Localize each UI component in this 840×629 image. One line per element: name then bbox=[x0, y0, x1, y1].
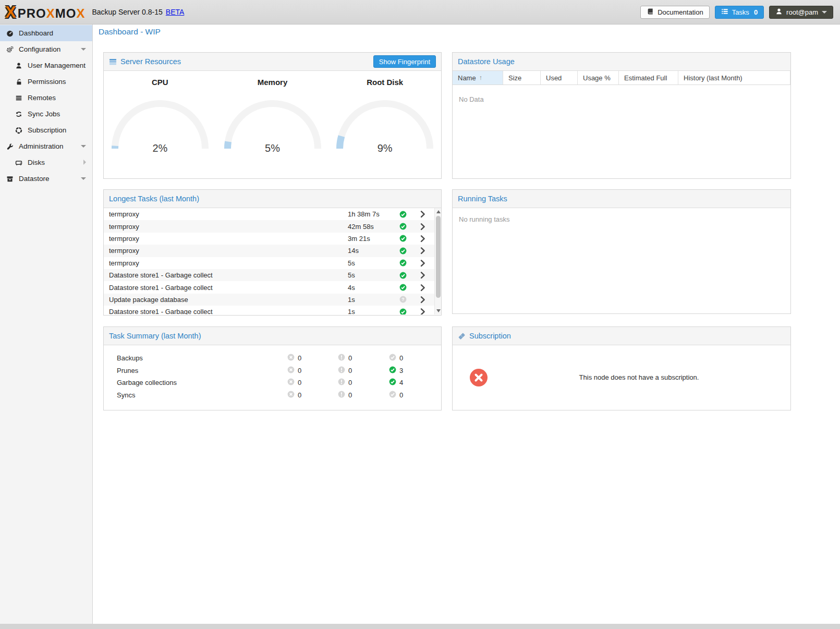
chevron-right-icon[interactable] bbox=[419, 247, 427, 255]
tasks-scrollbar[interactable] bbox=[434, 208, 441, 314]
summary-label: Garbage collections bbox=[117, 379, 177, 386]
proxmox-wordmark: PROXMOX bbox=[18, 7, 86, 20]
task-row[interactable]: Datastore store1 - Garbage collect 5s bbox=[104, 269, 434, 281]
proxmox-logo: X PROXMOX bbox=[5, 4, 85, 20]
sidebar-item-permissions[interactable]: Permissions bbox=[0, 74, 92, 90]
task-row[interactable]: termproxy 42m 58s bbox=[104, 220, 434, 232]
error-circle-icon bbox=[287, 366, 295, 375]
column-header-size[interactable]: Size bbox=[503, 71, 541, 84]
task-duration: 5s bbox=[348, 259, 355, 267]
column-header-usage-[interactable]: Usage % bbox=[578, 71, 619, 84]
chevron-right-icon[interactable] bbox=[419, 296, 427, 304]
warning-circle-icon bbox=[338, 354, 345, 362]
server-stack-icon bbox=[109, 58, 117, 66]
column-label: Size bbox=[508, 74, 521, 82]
chevron-right-icon[interactable] bbox=[419, 271, 427, 279]
summary-ok: 4 bbox=[389, 378, 403, 387]
user-menu-button[interactable]: root@pam bbox=[769, 6, 833, 19]
column-label: Estimated Full bbox=[624, 74, 667, 82]
sidebar-item-label: User Management bbox=[28, 62, 86, 69]
chevron-right-icon[interactable] bbox=[419, 223, 427, 231]
sidebar-item-user-management[interactable]: User Management bbox=[0, 57, 92, 74]
task-duration: 14s bbox=[348, 247, 359, 255]
gears-icon bbox=[6, 46, 14, 53]
lifering-icon bbox=[15, 127, 23, 134]
task-row[interactable]: termproxy 14s bbox=[104, 245, 434, 257]
task-duration: 42m 58s bbox=[348, 223, 374, 231]
caret-right-icon[interactable] bbox=[83, 160, 86, 165]
no-subscription-icon bbox=[470, 369, 488, 386]
check-circle-icon bbox=[389, 366, 396, 375]
check-circle-icon bbox=[389, 354, 396, 362]
caret-down-icon[interactable] bbox=[81, 177, 86, 180]
scroll-down-icon[interactable] bbox=[436, 309, 441, 312]
caret-down-icon[interactable] bbox=[81, 145, 86, 148]
warning-circle-icon bbox=[338, 378, 345, 387]
running-tasks-panel: Running Tasks No running tasks bbox=[452, 189, 791, 314]
scroll-up-icon[interactable] bbox=[436, 210, 441, 213]
beta-link[interactable]: BETA bbox=[166, 8, 185, 16]
sidebar-nav: Dashboard Configuration User Management … bbox=[0, 25, 93, 624]
task-row[interactable]: Datastore store1 - Garbage collect 1s bbox=[104, 306, 434, 314]
summary-errors: 0 bbox=[287, 378, 301, 387]
warning-circle-icon bbox=[338, 391, 345, 400]
sidebar-item-administration[interactable]: Administration bbox=[0, 138, 92, 154]
horizontal-scrollbar-track[interactable] bbox=[0, 624, 840, 629]
user-icon bbox=[775, 8, 783, 17]
documentation-button[interactable]: Documentation bbox=[640, 6, 709, 19]
sidebar-item-sync-jobs[interactable]: Sync Jobs bbox=[0, 106, 92, 122]
task-name: termproxy bbox=[109, 259, 139, 267]
chevron-right-icon[interactable] bbox=[419, 308, 427, 314]
tasks-label: Tasks bbox=[732, 8, 749, 16]
caret-down-icon[interactable] bbox=[81, 48, 86, 51]
task-row[interactable]: termproxy 5s bbox=[104, 257, 434, 269]
column-label: Usage % bbox=[583, 74, 611, 82]
proxmox-x-logo-icon: X bbox=[5, 4, 16, 20]
task-duration: 1s bbox=[348, 296, 355, 304]
book-icon bbox=[647, 8, 654, 17]
column-header-history-last-month-[interactable]: History (last Month) bbox=[678, 71, 790, 84]
show-fingerprint-button[interactable]: Show Fingerprint bbox=[373, 55, 436, 68]
sidebar-item-configuration[interactable]: Configuration bbox=[0, 41, 92, 57]
chevron-right-icon[interactable] bbox=[419, 235, 427, 243]
sidebar-item-remotes[interactable]: Remotes bbox=[0, 90, 92, 106]
chevron-right-icon[interactable] bbox=[419, 210, 427, 218]
unlock-icon bbox=[15, 78, 23, 86]
sidebar-item-label: Permissions bbox=[28, 78, 66, 86]
sidebar-item-disks[interactable]: Disks bbox=[0, 154, 92, 171]
summary-ok: 0 bbox=[389, 354, 403, 362]
check-circle-icon bbox=[399, 223, 407, 230]
column-header-name[interactable]: Name↑ bbox=[453, 71, 503, 84]
error-circle-icon bbox=[287, 391, 295, 400]
documentation-label: Documentation bbox=[658, 8, 703, 16]
tasks-button[interactable]: Tasks 0 bbox=[715, 6, 764, 19]
chevron-right-icon[interactable] bbox=[419, 259, 427, 267]
datastore-table-header: Name↑SizeUsedUsage %Estimated FullHistor… bbox=[453, 71, 790, 85]
task-name: Datastore store1 - Garbage collect bbox=[109, 308, 213, 314]
task-row[interactable]: Datastore store1 - Garbage collect 4s bbox=[104, 281, 434, 293]
summary-row-backups: Backups 0 0 0 bbox=[104, 352, 441, 365]
summary-row-garbage-collections: Garbage collections 0 0 4 bbox=[104, 377, 441, 389]
column-header-estimated-full[interactable]: Estimated Full bbox=[619, 71, 678, 84]
gauge-value: 2% bbox=[104, 142, 216, 154]
scrollbar-thumb[interactable] bbox=[436, 216, 441, 298]
sidebar-item-dashboard[interactable]: Dashboard bbox=[0, 25, 92, 41]
task-row[interactable]: termproxy 3m 21s bbox=[104, 233, 434, 245]
chevron-right-icon[interactable] bbox=[419, 284, 427, 292]
gauge-label: CPU bbox=[152, 78, 168, 87]
summary-warnings: 0 bbox=[338, 366, 352, 375]
summary-ok: 3 bbox=[389, 366, 403, 375]
task-row[interactable]: Update package database 1s ? bbox=[104, 294, 434, 306]
question-circle-icon: ? bbox=[399, 296, 407, 303]
column-label: History (last Month) bbox=[684, 74, 742, 82]
task-row[interactable]: termproxy 1h 38m 7s bbox=[104, 208, 434, 220]
sidebar-item-datastore[interactable]: Datastore bbox=[0, 171, 92, 187]
gauge-label: Root Disk bbox=[367, 78, 403, 87]
summary-label: Prunes bbox=[117, 367, 138, 374]
error-circle-icon bbox=[287, 378, 295, 387]
sidebar-item-subscription[interactable]: Subscription bbox=[0, 122, 92, 138]
task-summary-panel: Task Summary (last Month) Backups 0 0 0P… bbox=[103, 326, 442, 410]
wrench-icon bbox=[6, 143, 14, 150]
column-header-used[interactable]: Used bbox=[541, 71, 578, 84]
sync-icon bbox=[15, 111, 23, 118]
